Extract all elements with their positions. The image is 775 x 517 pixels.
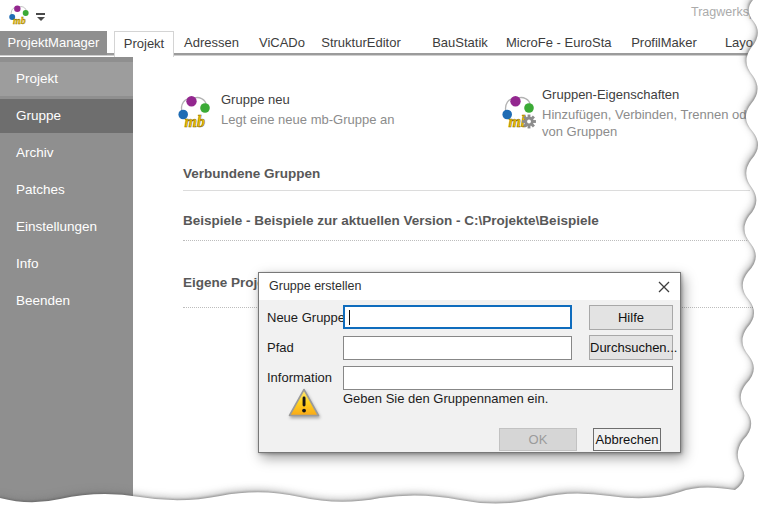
quick-access-chevron-down-icon[interactable] xyxy=(36,13,45,21)
dialog-titlebar[interactable]: Gruppe erstellen xyxy=(259,273,680,300)
command-title[interactable]: Gruppe neu xyxy=(221,92,290,107)
pfad-label: Pfad xyxy=(267,340,294,355)
tab-vicado[interactable]: ViCADo xyxy=(251,31,313,55)
sidebar-item-einstellungen[interactable]: Einstellungen xyxy=(0,210,133,244)
ok-button[interactable]: OK xyxy=(499,428,577,451)
command-description-line1: Hinzufügen, Verbinden, Trennen oder En xyxy=(542,107,775,122)
sidebar-item-beenden[interactable]: Beenden xyxy=(0,284,133,318)
mb-group-new-icon xyxy=(178,95,212,129)
abbrechen-button[interactable]: Abbrechen xyxy=(593,428,661,451)
mb-logo-icon xyxy=(9,5,30,26)
sidebar-item-archiv[interactable]: Archiv xyxy=(0,136,133,170)
tab-adressen[interactable]: Adressen xyxy=(179,31,244,55)
window-titlebar: Tragwerksp xyxy=(0,0,775,31)
x-close-icon xyxy=(658,281,670,293)
dialog-title: Gruppe erstellen xyxy=(269,273,361,300)
tab-baustatik[interactable]: BauStatik xyxy=(426,31,494,55)
tab-layout[interactable]: Layo xyxy=(714,31,764,55)
sidebar-item-info[interactable]: Info xyxy=(0,247,133,281)
tab-microfe-eurosta[interactable]: MicroFe - EuroSta xyxy=(506,31,608,55)
tab-projektmanager[interactable]: ProjektManager xyxy=(0,31,107,55)
durchsuchen-button[interactable]: Durchsuchen... xyxy=(589,335,673,360)
information-input[interactable] xyxy=(343,366,673,390)
text-caret xyxy=(349,310,350,325)
command-description-line2: von Gruppen xyxy=(542,124,617,139)
mb-group-properties-icon xyxy=(502,95,536,129)
ribbon-tabbar: ProjektManager Projekt Adressen ViCADo S… xyxy=(0,31,775,57)
information-label: Information xyxy=(267,370,332,385)
sidebar-item-gruppe[interactable]: Gruppe xyxy=(0,99,133,133)
gruppe-erstellen-dialog: Gruppe erstellen Neue Gruppe Hilfe Pfad … xyxy=(258,272,681,453)
backstage-sidebar: Projekt Gruppe Archiv Patches Einstellun… xyxy=(0,57,133,517)
hilfe-button[interactable]: Hilfe xyxy=(589,305,673,330)
command-description: Legt eine neue mb-Gruppe an xyxy=(221,112,394,127)
section-divider xyxy=(183,190,750,191)
sidebar-item-patches[interactable]: Patches xyxy=(0,173,133,207)
tab-projekt[interactable]: Projekt xyxy=(114,31,174,57)
section-verbundene-gruppen: Verbundene Gruppen xyxy=(183,166,320,181)
tab-profilmaker[interactable]: ProfilMaker xyxy=(628,31,700,55)
sidebar-item-projekt[interactable]: Projekt xyxy=(0,62,133,96)
projektmanager-window: mb xyxy=(0,0,775,517)
validation-message: Geben Sie den Gruppennamen ein. xyxy=(343,391,548,406)
pfad-input[interactable] xyxy=(343,336,572,360)
neue-gruppe-input[interactable] xyxy=(343,305,572,329)
command-title[interactable]: Gruppen-Eigenschaften xyxy=(542,87,679,102)
window-title-text: Tragwerksp xyxy=(691,5,756,19)
tab-struktureditor[interactable]: StrukturEditor xyxy=(318,31,404,55)
warning-triangle-icon xyxy=(288,388,320,418)
neue-gruppe-label: Neue Gruppe xyxy=(267,310,345,325)
section-beispiele-gruppe[interactable]: Beispiele - Beispiele zur aktuellen Vers… xyxy=(183,213,599,228)
close-button[interactable] xyxy=(657,280,671,294)
section-divider-dotted xyxy=(183,240,755,241)
